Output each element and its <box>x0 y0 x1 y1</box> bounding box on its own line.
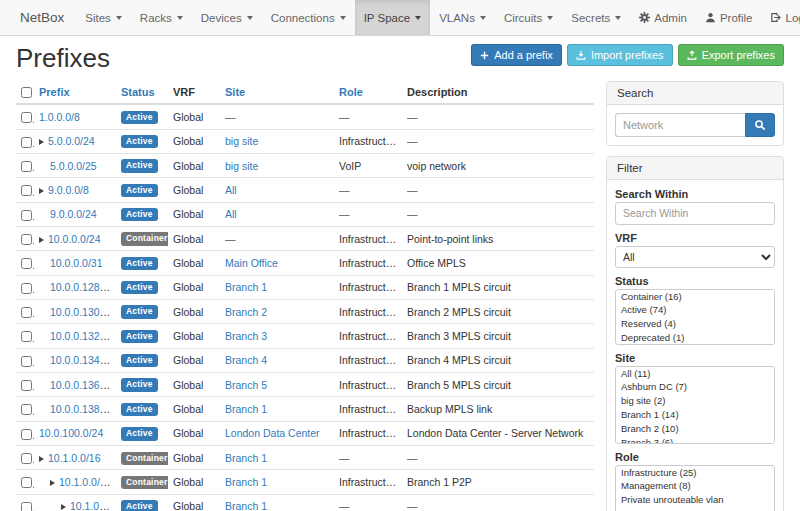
site-link[interactable]: Branch 3 <box>225 330 267 342</box>
prefix-link[interactable]: 10.1.0.0/25 <box>70 500 116 511</box>
row-checkbox[interactable] <box>21 210 32 221</box>
filter-option[interactable]: Management (8) <box>616 479 774 493</box>
filter-option[interactable]: All (11) <box>616 367 774 381</box>
nav-item-label: Log out <box>785 12 800 24</box>
filter-multiselect-role[interactable]: Infrastructure (25)Management (8)Private… <box>615 465 775 511</box>
nav-item-secrets[interactable]: Secrets <box>562 0 630 35</box>
column-header-role[interactable]: Role <box>339 86 363 98</box>
expand-arrow-icon[interactable] <box>61 504 66 510</box>
row-checkbox[interactable] <box>21 380 32 391</box>
row-checkbox[interactable] <box>21 429 32 440</box>
status-cell: Active <box>116 275 168 299</box>
prefix-link[interactable]: 10.1.0.0/16 <box>48 452 101 464</box>
nav-item-admin[interactable]: Admin <box>630 0 696 35</box>
column-header-prefix[interactable]: Prefix <box>39 86 70 98</box>
filter-option[interactable]: Infrastructure (25) <box>616 466 774 480</box>
prefix-link[interactable]: 5.0.0.0/24 <box>48 135 95 147</box>
site-link[interactable]: Branch 1 <box>225 452 267 464</box>
row-checkbox[interactable] <box>21 477 32 488</box>
nav-item-log-out[interactable]: Log out <box>761 0 800 35</box>
search-input[interactable] <box>615 113 745 137</box>
prefix-link[interactable]: 10.0.100.0/24 <box>39 427 103 439</box>
filter-option[interactable]: Reserved (4) <box>616 317 774 331</box>
filter-input-search-within[interactable] <box>615 202 775 225</box>
row-checkbox[interactable] <box>21 331 32 342</box>
expand-arrow-icon[interactable] <box>39 237 44 243</box>
site-link[interactable]: Branch 1 <box>225 500 267 511</box>
role-cell: Infrastructure <box>334 226 402 250</box>
site-link[interactable]: big site <box>225 160 258 172</box>
nav-item-devices[interactable]: Devices <box>192 0 262 35</box>
prefix-link[interactable]: 10.0.0.136/31 <box>50 379 114 391</box>
nav-item-vlans[interactable]: VLANs <box>430 0 495 35</box>
prefix-link[interactable]: 10.0.0.0/24 <box>48 233 101 245</box>
site-link[interactable]: All <box>225 184 237 196</box>
site-link[interactable]: Branch 1 <box>225 476 267 488</box>
filter-select-vrf[interactable]: All <box>615 246 775 268</box>
filter-multiselect-status[interactable]: Container (16)Active (74)Reserved (4)Dep… <box>615 289 775 345</box>
column-header-status[interactable]: Status <box>121 86 155 98</box>
row-checkbox[interactable] <box>21 234 32 245</box>
site-link[interactable]: All <box>225 208 237 220</box>
export-prefixes-button[interactable]: Export prefixes <box>678 44 784 66</box>
import-prefixes-button[interactable]: Import prefixes <box>567 44 673 66</box>
prefix-link[interactable]: 1.0.0.0/8 <box>39 111 80 123</box>
expand-arrow-icon[interactable] <box>39 188 44 194</box>
site-link[interactable]: Branch 1 <box>225 281 267 293</box>
filter-option[interactable]: big site (2) <box>616 394 774 408</box>
prefix-link[interactable]: 5.0.0.0/25 <box>50 160 97 172</box>
vrf-cell: Global <box>168 348 220 372</box>
row-checkbox[interactable] <box>21 112 32 123</box>
row-checkbox[interactable] <box>21 137 32 148</box>
filter-option[interactable]: Private unrouteable vlan <box>616 493 774 507</box>
prefix-link[interactable]: 10.0.0.134/31 <box>50 354 114 366</box>
nav-item-circuits[interactable]: Circuits <box>495 0 562 35</box>
prefix-link[interactable]: 10.0.0.0/31 <box>50 257 103 269</box>
prefix-link[interactable]: 9.0.0.0/8 <box>48 184 89 196</box>
filter-option[interactable]: Ashburn DC (7) <box>616 380 774 394</box>
prefix-link[interactable]: 10.0.0.128/31 <box>50 281 114 293</box>
prefix-link[interactable]: 10.0.0.132/31 <box>50 330 114 342</box>
filter-option[interactable]: Branch 2 (10) <box>616 422 774 436</box>
site-link[interactable]: London Data Center <box>225 427 320 439</box>
search-button[interactable] <box>745 113 775 137</box>
filter-option[interactable]: Deprecated (1) <box>616 331 774 344</box>
column-header-site[interactable]: Site <box>225 86 245 98</box>
filter-option[interactable]: Branch 1 (14) <box>616 408 774 422</box>
filter-option[interactable]: Active (74) <box>616 303 774 317</box>
prefix-link[interactable]: 9.0.0.0/24 <box>50 208 97 220</box>
site-link[interactable]: big site <box>225 135 258 147</box>
app-brand[interactable]: NetBox <box>8 0 76 35</box>
site-link[interactable]: Branch 5 <box>225 379 267 391</box>
nav-item-ip-space[interactable]: IP Space <box>355 0 430 35</box>
expand-arrow-icon[interactable] <box>39 139 44 145</box>
filter-option[interactable]: Branch 3 (6) <box>616 436 774 444</box>
site-link[interactable]: Branch 4 <box>225 354 267 366</box>
expand-arrow-icon[interactable] <box>50 480 55 486</box>
nav-item-racks[interactable]: Racks <box>131 0 192 35</box>
filter-multiselect-site[interactable]: All (11)Ashburn DC (7)big site (2)Branch… <box>615 366 775 444</box>
row-checkbox[interactable] <box>21 161 32 172</box>
add-a-prefix-button[interactable]: Add a prefix <box>471 44 562 66</box>
prefix-cell: 10.0.0.130/31 <box>34 299 116 323</box>
row-checkbox[interactable] <box>21 404 32 415</box>
site-link[interactable]: Branch 1 <box>225 403 267 415</box>
nav-item-connections[interactable]: Connections <box>262 0 355 35</box>
prefix-link[interactable]: 10.0.0.138/31 <box>50 403 114 415</box>
filter-option[interactable]: Container (16) <box>616 290 774 304</box>
nav-item-profile[interactable]: Profile <box>696 0 762 35</box>
row-checkbox[interactable] <box>21 453 32 464</box>
select-all-checkbox[interactable] <box>21 87 32 98</box>
nav-item-sites[interactable]: Sites <box>76 0 131 35</box>
row-checkbox[interactable] <box>21 283 32 294</box>
expand-arrow-icon[interactable] <box>39 456 44 462</box>
prefix-link[interactable]: 10.1.0.0/24 <box>59 476 112 488</box>
site-link[interactable]: Branch 2 <box>225 306 267 318</box>
row-checkbox[interactable] <box>21 307 32 318</box>
row-checkbox[interactable] <box>21 258 32 269</box>
row-checkbox[interactable] <box>21 356 32 367</box>
row-checkbox[interactable] <box>21 185 32 196</box>
row-checkbox[interactable] <box>21 502 32 511</box>
prefix-link[interactable]: 10.0.0.130/31 <box>50 306 114 318</box>
site-link[interactable]: Main Office <box>225 257 278 269</box>
